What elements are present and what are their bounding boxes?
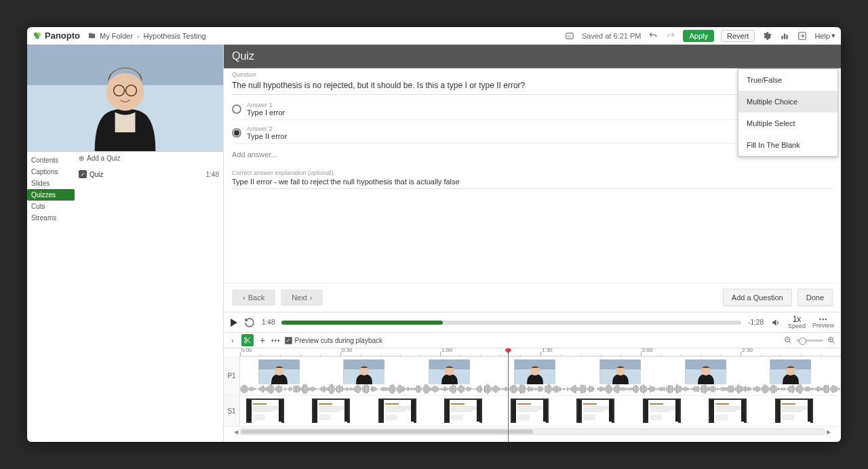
svg-rect-508 [517, 407, 545, 407]
quiz-item-label: Quiz [90, 171, 104, 178]
speed-control[interactable]: 1x Speed [788, 315, 806, 329]
add-tool[interactable]: + [258, 335, 267, 345]
answer-1-radio[interactable] [232, 104, 241, 114]
check-icon: ✓ [285, 337, 292, 344]
topbar: Panopto My Folder › Hypothesis Testing c… [27, 27, 841, 45]
export-icon[interactable] [797, 30, 808, 41]
breadcrumb: My Folder › Hypothesis Testing [88, 32, 206, 40]
timeline-ruler[interactable]: 0:000:301:001:302:002:303:00 [240, 348, 841, 356]
nav-slides[interactable]: Slides [27, 178, 75, 189]
svg-point-11 [106, 73, 144, 111]
rewind-button[interactable] [244, 317, 255, 328]
more-tool[interactable]: ••• [271, 337, 281, 344]
svg-rect-505 [451, 415, 463, 420]
nav-contents[interactable]: Contents [27, 155, 75, 166]
nav-captions[interactable]: Captions [27, 166, 75, 178]
nav-cuts[interactable]: Cuts [27, 201, 75, 212]
svg-rect-529 [715, 415, 728, 420]
svg-rect-483 [253, 403, 267, 405]
revert-button[interactable]: Revert [721, 30, 755, 42]
svg-rect-523 [650, 415, 662, 420]
svg-rect-520 [650, 407, 677, 407]
volume-icon[interactable] [770, 317, 781, 328]
svg-rect-532 [782, 407, 809, 407]
track-p1-label: P1 [224, 356, 240, 395]
cut-tool[interactable] [241, 334, 254, 346]
add-quiz-label: Add a Quiz [87, 155, 120, 162]
svg-line-20 [789, 342, 791, 344]
help-link[interactable]: Help ▾ [814, 31, 835, 40]
chevron-right-icon: › [310, 293, 313, 302]
timeline-tools: ‹ + ••• ✓ Preview cuts during playback [224, 333, 841, 348]
collapse-icon[interactable]: ‹ [228, 335, 237, 345]
zoom-in-icon[interactable] [826, 335, 837, 346]
video-preview[interactable] [27, 45, 223, 152]
back-button[interactable]: ‹Back [232, 289, 275, 306]
play-button[interactable] [231, 319, 237, 327]
track-s1: S1 [224, 396, 841, 427]
explanation-input[interactable]: Type II error - we fail to reject the nu… [232, 176, 833, 189]
done-button[interactable]: Done [797, 289, 833, 306]
chevron-down-icon: ▾ [831, 31, 835, 40]
svg-rect-511 [517, 415, 530, 420]
preview-cuts-checkbox[interactable]: ✓ Preview cuts during playback [285, 337, 383, 344]
preview-toggle[interactable]: ▪▪▪ Preview [812, 317, 834, 329]
svg-rect-487 [253, 415, 265, 420]
quiz-item-time: 1:48 [206, 171, 219, 178]
gear-icon[interactable] [762, 30, 772, 41]
quiz-panel: ⊕ Add a Quiz ✓ Quiz 1:48 [75, 152, 223, 226]
svg-line-23 [833, 342, 835, 344]
svg-text:cc: cc [567, 34, 571, 38]
check-icon: ✓ [79, 170, 87, 178]
breadcrumb-folder[interactable]: My Folder [100, 32, 133, 40]
playbar: 1:48 -1:28 1x Speed ▪▪▪ Preview [224, 312, 841, 333]
svg-rect-513 [583, 403, 597, 405]
type-true-false[interactable]: True/False [738, 69, 837, 91]
type-multiple-choice[interactable]: Multiple Choice [738, 91, 837, 113]
playhead[interactable] [508, 348, 509, 442]
quiz-body: Question The null hypothesis is no rejec… [224, 68, 841, 283]
stats-icon[interactable] [779, 30, 790, 41]
track-p1-content[interactable] [240, 356, 841, 395]
progress-bar[interactable] [281, 321, 741, 325]
svg-rect-502 [451, 407, 478, 407]
timeline-scrollbar[interactable]: ◀ ▶ [240, 428, 825, 435]
nav-streams[interactable]: Streams [27, 212, 75, 224]
quiz-list-item[interactable]: ✓ Quiz 1:48 [79, 170, 219, 178]
help-label: Help [814, 32, 830, 40]
svg-rect-531 [782, 403, 795, 405]
svg-rect-521 [650, 409, 677, 409]
redo-icon[interactable] [665, 30, 676, 41]
add-question-button[interactable]: Add a Question [723, 289, 792, 306]
scroll-right-icon[interactable]: ▶ [825, 429, 832, 435]
app-window: Panopto My Folder › Hypothesis Testing c… [27, 27, 841, 442]
right-column: Quiz Question The null hypothesis is no … [224, 45, 841, 442]
svg-rect-515 [583, 409, 610, 409]
type-multiple-select[interactable]: Multiple Select [738, 113, 837, 134]
svg-rect-490 [319, 407, 346, 407]
zoom-slider[interactable] [796, 340, 823, 342]
scroll-left-icon[interactable]: ◀ [233, 429, 239, 435]
add-quiz-button[interactable]: ⊕ Add a Quiz [79, 155, 219, 162]
quiz-header: Quiz [224, 45, 841, 68]
breadcrumb-item[interactable]: Hypothesis Testing [144, 32, 206, 40]
undo-icon[interactable] [648, 30, 658, 41]
nav-quizzes[interactable]: Quizzes [27, 189, 75, 201]
chevron-right-icon: › [137, 32, 140, 40]
track-s1-content[interactable] [240, 396, 841, 426]
type-fill-blank[interactable]: Fill In The Blank [738, 134, 837, 156]
brand-logo[interactable]: Panopto [33, 30, 80, 41]
zoom-out-icon[interactable] [783, 335, 793, 346]
svg-rect-514 [583, 407, 610, 407]
scroll-thumb[interactable] [241, 430, 533, 434]
svg-rect-7 [787, 35, 788, 39]
svg-rect-495 [385, 403, 399, 405]
next-button[interactable]: Next› [281, 289, 323, 306]
svg-rect-525 [715, 403, 729, 405]
svg-rect-503 [451, 409, 478, 409]
captions-status-icon[interactable]: cc [564, 30, 575, 41]
timeline: 0:000:301:001:302:002:303:00 P1 S1 ◀ ▶ [224, 348, 841, 442]
answer-2-radio[interactable] [232, 128, 241, 138]
apply-button[interactable]: Apply [683, 30, 714, 42]
main-area: Contents Captions Slides Quizzes Cuts St… [27, 45, 841, 442]
